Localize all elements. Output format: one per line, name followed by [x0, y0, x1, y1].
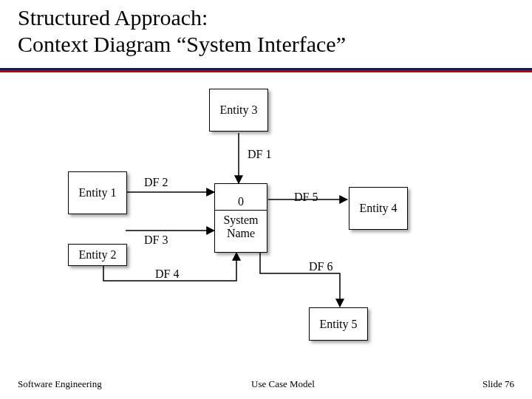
entity-4-box: Entity 4	[349, 187, 408, 230]
df3-label: DF 3	[144, 233, 168, 247]
df6-label: DF 6	[309, 260, 332, 273]
process-box: 0 System Name	[214, 183, 267, 253]
entity-3-box: Entity 3	[209, 89, 268, 132]
context-diagram: Entity 3 Entity 1 Entity 2 0 System Name…	[0, 0, 532, 399]
df1-label: DF 1	[248, 148, 271, 161]
entity-2-label: Entity 2	[78, 248, 116, 262]
footer-mid: Use Case Model	[251, 378, 315, 390]
entity-5-box: Entity 5	[309, 307, 368, 341]
process-name: System Name	[215, 211, 267, 243]
footer-right: Slide 76	[482, 378, 514, 390]
process-id: 0	[215, 194, 267, 211]
entity-3-label: Entity 3	[219, 103, 257, 117]
entity-1-box: Entity 1	[68, 171, 127, 214]
entity-4-label: Entity 4	[359, 202, 397, 215]
entity-2-box: Entity 2	[68, 244, 127, 266]
entity-1-label: Entity 1	[78, 186, 116, 200]
footer-left: Software Engineering	[18, 378, 102, 390]
df4-label: DF 4	[155, 267, 179, 281]
slide: Structured Approach: Context Diagram “Sy…	[0, 0, 532, 399]
entity-5-label: Entity 5	[319, 318, 357, 331]
df5-label: DF 5	[294, 191, 318, 204]
df2-label: DF 2	[144, 176, 168, 189]
